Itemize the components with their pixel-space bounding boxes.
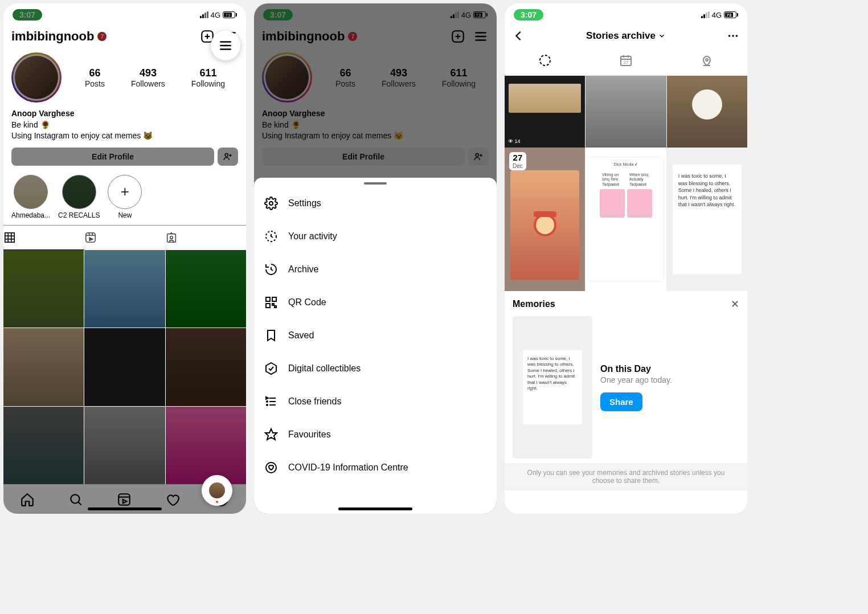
svg-rect-43 xyxy=(272,304,274,305)
menu-label: Your activity xyxy=(288,231,337,241)
post-thumbnail[interactable] xyxy=(84,407,165,484)
nav-activity-icon[interactable] xyxy=(165,492,180,507)
gear-icon xyxy=(264,197,278,210)
sheet-handle[interactable] xyxy=(364,182,387,185)
menu-label: Close friends xyxy=(288,396,341,407)
settings-sheet[interactable]: Settings Your activity Archive QR Code xyxy=(254,178,497,514)
menu-label: QR Code xyxy=(288,297,326,308)
archive-tab-location[interactable] xyxy=(666,48,747,75)
svg-line-16 xyxy=(89,233,89,236)
story-thumbnail[interactable]: I was toxic to some, I was blessing to o… xyxy=(667,148,747,291)
story-thumbnail[interactable]: 👁 14 xyxy=(505,76,585,148)
tab-tagged[interactable] xyxy=(165,226,246,250)
menu-qrcode[interactable]: QR Code xyxy=(254,286,497,319)
menu-label: Favourites xyxy=(288,429,331,440)
phone-menu: 3:07 4G 73 imbibingnoob7 66Posts 493F xyxy=(254,3,497,514)
svg-point-50 xyxy=(267,401,268,402)
list-icon xyxy=(264,395,278,408)
notification-badge: 7 xyxy=(97,32,107,41)
highlight-label: C2 RECALLS xyxy=(58,211,100,219)
svg-text:27: 27 xyxy=(624,60,629,65)
archive-tab-stories[interactable] xyxy=(505,48,586,75)
memory-card[interactable]: I was toxic to some, I was blessing to o… xyxy=(513,316,592,459)
svg-line-22 xyxy=(79,502,81,505)
menu-label: COVID-19 Information Centre xyxy=(288,462,408,473)
highlight-new[interactable]: + New xyxy=(108,175,142,219)
memories-title: Memories xyxy=(513,299,555,309)
menu-saved[interactable]: Saved xyxy=(254,319,497,352)
hexagon-icon xyxy=(264,362,278,375)
svg-rect-41 xyxy=(272,297,276,301)
menu-close-friends[interactable]: Close friends xyxy=(254,385,497,418)
back-icon[interactable] xyxy=(513,30,525,42)
status-bar: 3:07 4G 73 xyxy=(3,3,246,24)
share-button[interactable]: Share xyxy=(600,392,642,411)
svg-rect-19 xyxy=(167,234,176,242)
tab-grid[interactable] xyxy=(3,226,84,250)
stat-posts[interactable]: 66 Posts xyxy=(85,67,105,88)
hamburger-highlight[interactable] xyxy=(211,31,240,60)
memories-section: Memories ✕ I was toxic to some, I was bl… xyxy=(505,291,747,463)
star-icon xyxy=(264,428,278,441)
username-header[interactable]: imbibingnoob 7 xyxy=(11,29,107,44)
svg-marker-52 xyxy=(265,429,277,440)
post-thumbnail[interactable] xyxy=(166,328,246,406)
svg-point-57 xyxy=(540,55,550,66)
post-thumbnail[interactable] xyxy=(3,407,84,484)
menu-covid[interactable]: COVID-19 Information Centre xyxy=(254,451,497,484)
nav-search-icon[interactable] xyxy=(68,492,83,507)
menu-favourites[interactable]: Favourites xyxy=(254,418,497,451)
edit-profile-button[interactable]: Edit Profile xyxy=(11,148,214,166)
menu-label: Saved xyxy=(288,330,314,341)
close-icon[interactable]: ✕ xyxy=(731,298,739,310)
heart-shield-icon xyxy=(264,461,278,474)
bookmark-icon xyxy=(264,329,278,342)
post-thumbnail[interactable] xyxy=(166,407,246,484)
post-thumbnail[interactable] xyxy=(84,328,165,406)
discover-people-button[interactable] xyxy=(218,148,238,166)
menu-activity[interactable]: Your activity xyxy=(254,220,497,253)
story-thumbnail[interactable]: Dice Media ✔ Vibing on ishq Tere Tadpaav… xyxy=(586,148,666,291)
nav-profile-highlight[interactable] xyxy=(202,475,232,506)
svg-line-17 xyxy=(92,233,93,236)
post-thumbnail[interactable] xyxy=(84,250,165,328)
svg-rect-9 xyxy=(5,233,15,243)
story-thumbnail[interactable] xyxy=(586,76,666,148)
svg-rect-42 xyxy=(266,304,270,308)
nav-reels-icon[interactable] xyxy=(117,492,132,507)
post-thumbnail[interactable] xyxy=(3,250,84,328)
menu-collectibles[interactable]: Digital collectibles xyxy=(254,352,497,385)
date-tag: 27 Dec xyxy=(509,152,526,170)
menu-archive[interactable]: Archive xyxy=(254,253,497,286)
story-thumbnail[interactable]: 27 Dec xyxy=(505,148,585,291)
more-icon[interactable] xyxy=(727,30,739,42)
signal-icon xyxy=(200,11,208,18)
menu-label: Settings xyxy=(288,198,321,208)
svg-marker-49 xyxy=(266,397,268,399)
home-indicator xyxy=(88,507,162,510)
stat-followers[interactable]: 493 Followers xyxy=(131,67,165,88)
profile-avatar[interactable] xyxy=(11,52,62,103)
tab-reels[interactable] xyxy=(84,226,165,250)
phone-archive: 3:07 4G 73 Stories archive 27 xyxy=(505,3,747,514)
status-time: 3:07 xyxy=(13,9,42,21)
highlight-item[interactable]: Ahmedaba... xyxy=(11,175,50,219)
highlight-label: Ahmedaba... xyxy=(11,211,50,219)
svg-marker-25 xyxy=(123,500,127,504)
post-thumbnail[interactable] xyxy=(3,328,84,406)
nav-home-icon[interactable] xyxy=(20,492,35,507)
story-thumbnail[interactable] xyxy=(667,76,747,148)
archive-title[interactable]: Stories archive xyxy=(586,30,666,42)
svg-rect-44 xyxy=(275,306,276,308)
menu-settings[interactable]: Settings xyxy=(254,187,497,220)
stat-following[interactable]: 611 Following xyxy=(191,67,225,88)
phone-profile: 3:07 4G 73 imbibingnoob 7 xyxy=(3,3,246,514)
highlight-item[interactable]: C2 RECALLS xyxy=(58,175,100,219)
qrcode-icon xyxy=(264,296,278,309)
svg-point-53 xyxy=(266,462,276,473)
svg-marker-18 xyxy=(89,238,93,241)
highlight-label: New xyxy=(118,211,132,219)
archive-tab-calendar[interactable]: 27 xyxy=(586,48,666,75)
menu-label: Digital collectibles xyxy=(288,363,361,374)
post-thumbnail[interactable] xyxy=(166,250,246,328)
